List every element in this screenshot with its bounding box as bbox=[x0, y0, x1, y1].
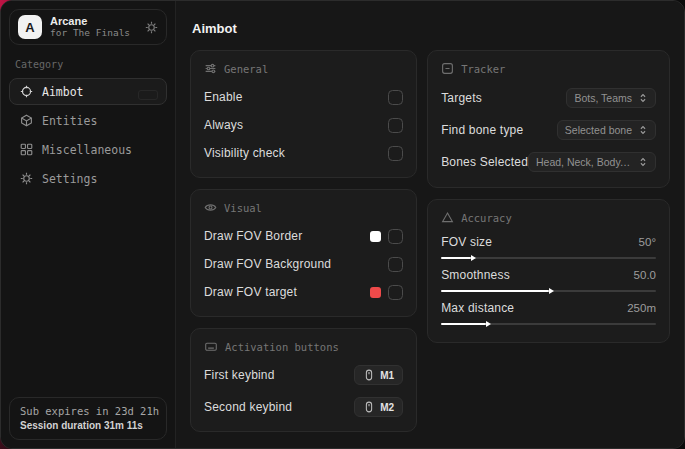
crosshair-icon bbox=[20, 85, 33, 98]
mouse-icon bbox=[363, 369, 375, 381]
setting-label: Bones Selected bbox=[441, 155, 528, 169]
setting-label: Draw FOV Border bbox=[204, 229, 302, 243]
first-keybind-button[interactable]: M1 bbox=[354, 365, 403, 385]
sidebar-item-label: Aimbot bbox=[42, 85, 84, 99]
card-title: Accuracy bbox=[461, 212, 512, 224]
setting-label: Max distance bbox=[441, 301, 514, 315]
fov-target-color-swatch[interactable] bbox=[370, 287, 381, 298]
targets-select[interactable]: Bots, Teams bbox=[566, 88, 656, 108]
triangle-icon bbox=[441, 211, 454, 224]
draw-fov-target-checkbox[interactable] bbox=[388, 285, 403, 300]
page-title: Aimbot bbox=[192, 21, 670, 36]
sliders-icon bbox=[204, 62, 217, 75]
keyboard-icon bbox=[204, 340, 218, 353]
sidebar-item-label: Entities bbox=[42, 114, 97, 128]
smoothness-slider[interactable] bbox=[441, 290, 656, 292]
bones-selected-select[interactable]: Head, Neck, Body, Pe.. bbox=[528, 152, 656, 172]
setting-row: First keybind M1 bbox=[204, 364, 403, 386]
setting-row: Always bbox=[204, 114, 403, 136]
second-keybind-button[interactable]: M2 bbox=[354, 397, 403, 417]
slider-row: Max distance 250m bbox=[441, 301, 656, 325]
slider-value: 250m bbox=[627, 302, 656, 314]
draw-fov-background-checkbox[interactable] bbox=[388, 257, 403, 272]
setting-row: Draw FOV Background bbox=[204, 253, 403, 275]
card-general: General Enable Always Visibility check bbox=[190, 50, 417, 178]
select-value: Bots, Teams bbox=[574, 92, 632, 104]
setting-row: Visibility check bbox=[204, 142, 403, 164]
frame-minus-icon bbox=[441, 62, 454, 75]
gear-icon bbox=[20, 172, 33, 185]
card-title: General bbox=[224, 63, 268, 75]
setting-label: Draw FOV target bbox=[204, 285, 297, 299]
category-label: Category bbox=[15, 59, 161, 70]
card-title: Tracker bbox=[461, 63, 505, 75]
setting-label: Targets bbox=[441, 91, 482, 105]
setting-label: Visibility check bbox=[204, 146, 285, 160]
fov-border-color-swatch[interactable] bbox=[370, 231, 381, 242]
setting-row: Enable bbox=[204, 86, 403, 108]
setting-label: Second keybind bbox=[204, 400, 292, 414]
aimbot-hint-badge bbox=[138, 90, 158, 100]
setting-row: Draw FOV target bbox=[204, 281, 403, 303]
sidebar-item-settings[interactable]: Settings bbox=[9, 165, 167, 192]
slider-fill bbox=[441, 257, 471, 259]
sidebar-item-entities[interactable]: Entities bbox=[9, 107, 167, 134]
select-value: Head, Neck, Body, Pe.. bbox=[536, 156, 632, 168]
cube-icon bbox=[20, 114, 33, 127]
setting-label: Enable bbox=[204, 90, 243, 104]
setting-label: First keybind bbox=[204, 368, 275, 382]
setting-row: Find bone type Selected bone bbox=[441, 118, 656, 142]
main-panel: Aimbot bbox=[176, 1, 684, 448]
sidebar-item-aimbot[interactable]: Aimbot bbox=[9, 78, 167, 105]
always-checkbox[interactable] bbox=[388, 118, 403, 133]
card-title: Visual bbox=[224, 202, 262, 214]
unfold-icon bbox=[638, 93, 648, 103]
draw-fov-border-checkbox[interactable] bbox=[388, 229, 403, 244]
app-logo-letter: A bbox=[25, 20, 34, 35]
select-value: Selected bone bbox=[565, 124, 632, 136]
app-logo: A bbox=[18, 15, 42, 39]
mouse-icon bbox=[363, 401, 375, 413]
card-tracker: Tracker Targets Bots, Teams bbox=[427, 50, 670, 188]
sidebar-item-label: Miscellaneous bbox=[42, 143, 132, 157]
max-distance-slider[interactable] bbox=[441, 323, 656, 325]
setting-row: Draw FOV Border bbox=[204, 225, 403, 247]
setting-label: Smoothness bbox=[441, 268, 510, 282]
card-visual: Visual Draw FOV Border Draw FOV Backgrou… bbox=[190, 189, 417, 317]
visibility-check-checkbox[interactable] bbox=[388, 146, 403, 161]
unfold-icon bbox=[638, 125, 648, 135]
slider-fill bbox=[441, 290, 548, 292]
slider-row: Smoothness 50.0 bbox=[441, 268, 656, 292]
app-window: A Arcane for The Finals Category bbox=[0, 0, 685, 449]
eye-icon bbox=[204, 201, 217, 214]
keybind-value: M1 bbox=[380, 370, 394, 381]
sidebar: A Arcane for The Finals Category bbox=[1, 1, 176, 448]
screen-backdrop: A Arcane for The Finals Category bbox=[0, 0, 685, 449]
card-accuracy: Accuracy FOV size 50° bbox=[427, 199, 670, 343]
sub-expires-text: Sub expires in 23d 21h bbox=[20, 405, 156, 417]
grid-icon bbox=[20, 143, 33, 156]
unfold-icon bbox=[638, 157, 648, 167]
sidebar-item-label: Settings bbox=[42, 172, 97, 186]
slider-value: 50° bbox=[639, 236, 656, 248]
card-activation-buttons: Activation buttons First keybind bbox=[190, 328, 417, 432]
setting-row: Bones Selected Head, Neck, Body, Pe.. bbox=[441, 150, 656, 174]
slider-fill bbox=[441, 323, 486, 325]
app-logo-card: A Arcane for The Finals bbox=[9, 9, 167, 45]
app-name: Arcane bbox=[50, 15, 130, 28]
slider-value: 50.0 bbox=[634, 269, 656, 281]
setting-label: Always bbox=[204, 118, 243, 132]
keybind-value: M2 bbox=[380, 402, 394, 413]
gear-icon[interactable] bbox=[145, 21, 158, 34]
setting-row: Targets Bots, Teams bbox=[441, 86, 656, 110]
sidebar-item-miscellaneous[interactable]: Miscellaneous bbox=[9, 136, 167, 163]
enable-checkbox[interactable] bbox=[388, 90, 403, 105]
app-subtitle: for The Finals bbox=[50, 28, 130, 39]
setting-row: Second keybind M2 bbox=[204, 396, 403, 418]
setting-label: Find bone type bbox=[441, 123, 523, 137]
fov-size-slider[interactable] bbox=[441, 257, 656, 259]
app-title-block: Arcane for The Finals bbox=[50, 15, 130, 39]
setting-label: Draw FOV Background bbox=[204, 257, 331, 271]
slider-row: FOV size 50° bbox=[441, 235, 656, 259]
find-bone-type-select[interactable]: Selected bone bbox=[557, 120, 656, 140]
